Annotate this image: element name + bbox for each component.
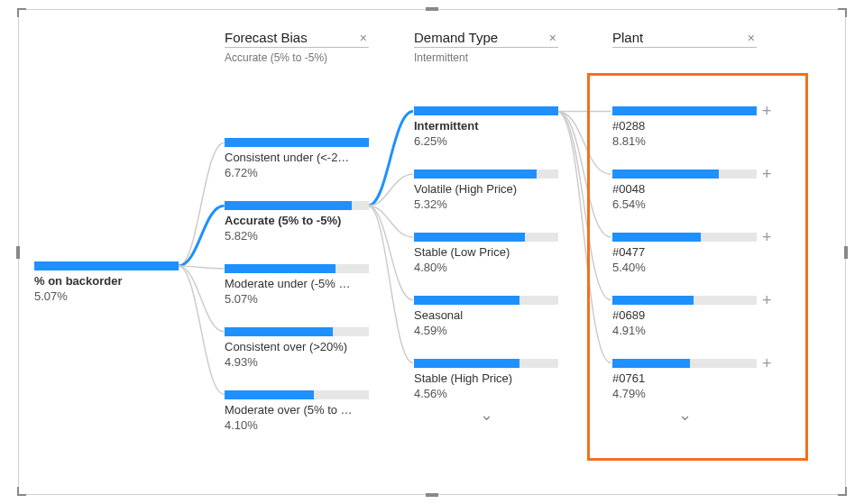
node-value: 6.54% bbox=[612, 197, 757, 211]
node-bar-fill bbox=[414, 233, 525, 242]
tree-node[interactable]: #0477 5.40% bbox=[612, 233, 757, 274]
close-icon[interactable]: × bbox=[746, 31, 757, 45]
plus-icon[interactable]: + bbox=[762, 292, 772, 308]
crop-handle-right[interactable] bbox=[844, 246, 848, 259]
crop-handle-tl[interactable] bbox=[17, 8, 26, 17]
node-bar-fill bbox=[225, 264, 335, 273]
crop-handle-bl[interactable] bbox=[17, 487, 26, 496]
node-bar-fill bbox=[612, 170, 719, 179]
tree-node[interactable]: Consistent under (<-2… 6.72% bbox=[225, 138, 369, 179]
root-node[interactable]: % on backorder 5.07% bbox=[34, 261, 179, 303]
close-icon[interactable]: × bbox=[547, 31, 558, 45]
node-label: #0477 bbox=[612, 245, 757, 259]
node-bar-fill bbox=[612, 296, 694, 305]
tree-node[interactable]: Volatile (High Price) 5.32% bbox=[414, 170, 558, 211]
node-label: Moderate over (5% to … bbox=[225, 403, 369, 417]
node-bar-fill bbox=[414, 296, 519, 305]
selection-frame: % on backorder 5.07% Forecast Bias × Acc… bbox=[18, 9, 846, 495]
node-value: 5.82% bbox=[225, 229, 369, 243]
node-value: 6.72% bbox=[225, 166, 369, 179]
node-bar-fill bbox=[225, 201, 352, 210]
node-bar bbox=[414, 233, 558, 242]
node-value: 4.80% bbox=[414, 261, 558, 274]
node-value: 5.32% bbox=[414, 197, 558, 211]
node-label: #0761 bbox=[612, 371, 757, 385]
col-title: Plant bbox=[612, 30, 643, 45]
node-bar-fill bbox=[612, 233, 701, 242]
node-label: Consistent over (>20%) bbox=[225, 340, 369, 353]
node-bar bbox=[225, 264, 369, 273]
plus-icon[interactable]: + bbox=[762, 166, 772, 182]
tree-node[interactable]: Intermittent 6.25% bbox=[414, 106, 558, 148]
node-bar bbox=[612, 296, 757, 305]
crop-handle-left[interactable] bbox=[16, 246, 20, 259]
tree-node[interactable]: #0288 8.81% bbox=[612, 106, 757, 148]
node-bar-fill bbox=[225, 138, 369, 147]
plus-icon[interactable]: + bbox=[762, 103, 772, 119]
node-value: 6.25% bbox=[414, 134, 558, 148]
root-bar-fill bbox=[34, 261, 179, 270]
node-bar bbox=[612, 106, 757, 115]
tree-node[interactable]: Accurate (5% to -5%) 5.82% bbox=[225, 201, 369, 243]
col-sub: Intermittent bbox=[414, 51, 558, 64]
node-label: #0288 bbox=[612, 119, 757, 133]
tree-node[interactable]: Moderate under (-5% … 5.07% bbox=[225, 264, 369, 306]
node-label: Stable (Low Price) bbox=[414, 245, 558, 259]
node-bar-fill bbox=[414, 106, 558, 115]
node-label: Stable (High Price) bbox=[414, 371, 558, 385]
node-bar-fill bbox=[612, 106, 757, 115]
col-title: Demand Type bbox=[414, 30, 498, 45]
node-value: 4.56% bbox=[414, 387, 558, 400]
plus-icon[interactable]: + bbox=[762, 229, 772, 245]
crop-handle-br[interactable] bbox=[838, 487, 847, 496]
col-header-demand-type: Demand Type × Intermittent bbox=[414, 30, 558, 64]
tree-node[interactable]: #0048 6.54% bbox=[612, 170, 757, 211]
col-header-forecast-bias: Forecast Bias × Accurate (5% to -5%) bbox=[225, 30, 369, 64]
node-label: Moderate under (-5% … bbox=[225, 277, 369, 290]
node-bar bbox=[612, 359, 757, 368]
node-bar-fill bbox=[225, 390, 314, 399]
node-bar bbox=[225, 201, 369, 210]
col-header-plant: Plant × bbox=[612, 30, 757, 51]
node-bar bbox=[414, 296, 558, 305]
node-label: Seasonal bbox=[414, 308, 558, 322]
close-icon[interactable]: × bbox=[358, 31, 369, 45]
node-label: #0689 bbox=[612, 308, 757, 322]
node-value: 5.40% bbox=[612, 261, 757, 274]
node-bar bbox=[612, 170, 757, 179]
tree-node[interactable]: Stable (Low Price) 4.80% bbox=[414, 233, 558, 274]
chevron-down-icon[interactable]: ⌄ bbox=[612, 407, 757, 423]
col-title: Forecast Bias bbox=[225, 30, 308, 45]
node-value: 8.81% bbox=[612, 134, 757, 148]
chevron-down-icon[interactable]: ⌄ bbox=[414, 407, 558, 423]
tree-node[interactable]: Consistent over (>20%) 4.93% bbox=[225, 327, 369, 369]
plus-icon[interactable]: + bbox=[762, 355, 772, 371]
node-label: Consistent under (<-2… bbox=[225, 151, 369, 164]
node-bar bbox=[225, 390, 369, 399]
root-value: 5.07% bbox=[34, 289, 179, 303]
node-bar bbox=[225, 138, 369, 147]
node-bar bbox=[225, 327, 369, 336]
crop-handle-tr[interactable] bbox=[838, 8, 847, 17]
crop-handle-bottom[interactable] bbox=[426, 493, 438, 497]
node-bar bbox=[414, 359, 558, 368]
node-bar-fill bbox=[414, 359, 519, 368]
node-bar bbox=[414, 170, 558, 179]
node-label: #0048 bbox=[612, 182, 757, 196]
node-bar-fill bbox=[414, 170, 537, 179]
node-value: 4.79% bbox=[612, 387, 757, 400]
tree-node[interactable]: #0689 4.91% bbox=[612, 296, 757, 337]
tree-node[interactable]: Stable (High Price) 4.56% bbox=[414, 359, 558, 400]
tree-node[interactable]: Seasonal 4.59% bbox=[414, 296, 558, 337]
node-bar bbox=[612, 233, 757, 242]
node-label: Intermittent bbox=[414, 119, 558, 133]
tree-node[interactable]: #0761 4.79% bbox=[612, 359, 757, 400]
node-bar bbox=[414, 106, 558, 115]
node-label: Volatile (High Price) bbox=[414, 182, 558, 196]
node-value: 4.59% bbox=[414, 324, 558, 337]
root-bar bbox=[34, 261, 179, 270]
node-value: 4.93% bbox=[225, 355, 369, 369]
tree-node[interactable]: Moderate over (5% to … 4.10% bbox=[225, 390, 369, 432]
col-sub: Accurate (5% to -5%) bbox=[225, 51, 369, 64]
crop-handle-top[interactable] bbox=[426, 7, 438, 11]
